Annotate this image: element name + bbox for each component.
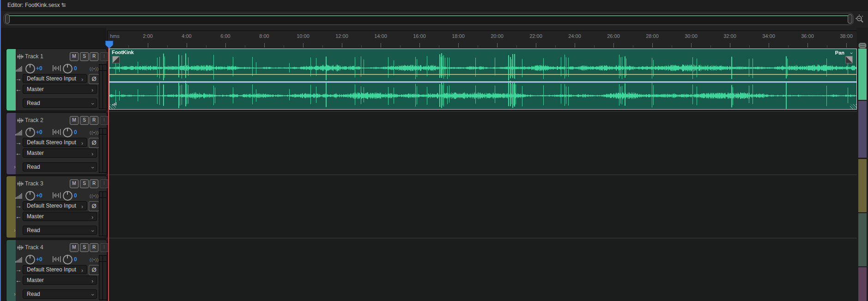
ruler-tick (381, 43, 381, 48)
arm-record-button[interactable]: R (90, 179, 98, 188)
ruler-tick (807, 43, 808, 48)
volume-value[interactable]: +0 (36, 256, 42, 263)
zoom-bar-left-handle[interactable] (5, 14, 10, 24)
output-arrow-icon: ← (15, 214, 22, 219)
volume-knob[interactable] (25, 255, 35, 264)
ruler-tick (322, 45, 323, 48)
automation-mode-select[interactable]: Read › (23, 226, 97, 235)
level-meter (99, 128, 107, 173)
track-name[interactable]: Track 3 (25, 180, 43, 187)
pan-value[interactable]: 0 (74, 192, 77, 199)
track-header[interactable]: Track 2 M S R I +0 0 ((•)) → Default Ste… (6, 112, 107, 175)
zoom-navigate-icon[interactable] (855, 14, 865, 25)
overview-strip-handle[interactable] (858, 43, 867, 49)
input-monitor-button[interactable]: I (100, 243, 109, 252)
ruler-tick (419, 43, 420, 48)
mute-button[interactable]: M (70, 179, 79, 188)
track-header[interactable]: Track 3 M S R I +0 0 ((•)) → Default Ste… (6, 176, 107, 238)
arm-record-button[interactable]: R (90, 243, 98, 252)
pan-knob[interactable] (63, 255, 73, 264)
volume-value[interactable]: +0 (36, 65, 42, 72)
volume-envelope-line[interactable] (109, 74, 856, 75)
overview-strip-segment[interactable] (858, 159, 867, 212)
input-select[interactable]: Default Stereo Input › (23, 138, 87, 147)
volume-knob[interactable] (25, 191, 35, 201)
mute-button[interactable]: M (70, 116, 79, 125)
stereo-balance-icon (53, 192, 61, 198)
stereo-balance-icon (53, 65, 61, 71)
clip-gain-icon[interactable] (112, 101, 118, 105)
volume-value[interactable]: +0 (36, 129, 42, 135)
ruler-tick (613, 43, 614, 48)
input-monitor-button[interactable]: I (100, 179, 109, 188)
overview-strip-segment[interactable] (858, 101, 867, 158)
overview-strip-segment[interactable] (858, 49, 867, 100)
phase-invert-button[interactable]: Ø (89, 265, 99, 275)
pan-value[interactable]: 0 (74, 256, 77, 263)
phase-invert-button[interactable]: Ø (89, 201, 99, 211)
ruler-time-label: 38:00 (836, 33, 856, 39)
solo-button[interactable]: S (80, 116, 89, 125)
arm-record-button[interactable]: R (90, 52, 98, 61)
ruler-time-label: 6:00 (215, 33, 236, 39)
expand-chevron-icon[interactable]: › (14, 164, 16, 170)
volume-knob[interactable] (25, 64, 35, 74)
overview-strip-segment[interactable] (858, 213, 867, 266)
ruler-tick (730, 43, 730, 48)
solo-button[interactable]: S (80, 52, 89, 61)
input-select-label: Default Stereo Input (27, 203, 76, 209)
clip-waveform-canvas[interactable] (109, 49, 856, 109)
volume-bars-icon (15, 257, 23, 263)
clip-pan-label[interactable]: Pan (835, 50, 844, 55)
input-select[interactable]: Default Stereo Input › (23, 201, 87, 210)
volume-value[interactable]: +0 (36, 192, 42, 199)
output-select[interactable]: Master › (23, 212, 97, 221)
phase-invert-button[interactable]: Ø (89, 138, 99, 148)
pan-envelope-line[interactable] (109, 82, 856, 83)
track-header[interactable]: Track 1 M S R I +0 0 ((•)) → Default Ste… (6, 49, 107, 111)
ruler-time-label: 18:00 (448, 33, 468, 39)
mute-button[interactable]: M (70, 52, 79, 61)
mute-button[interactable]: M (70, 243, 79, 252)
input-arrow-icon: → (15, 140, 22, 145)
automation-mode-label: Read (27, 164, 40, 170)
clip-fade-out-handle[interactable] (845, 56, 853, 63)
volume-knob[interactable] (25, 128, 35, 137)
audio-clip-footkink[interactable]: FootKink Pan › (109, 49, 857, 110)
output-select[interactable]: Master › (23, 276, 97, 285)
phase-invert-button[interactable]: Ø (89, 74, 99, 84)
pan-knob[interactable] (63, 191, 73, 201)
pan-knob[interactable] (63, 64, 73, 74)
output-select[interactable]: Master › (23, 85, 97, 94)
timeline-zoom-bar[interactable] (4, 13, 854, 25)
ruler-time-label: 8:00 (254, 33, 274, 39)
lane-divider (107, 111, 858, 112)
solo-button[interactable]: S (80, 179, 89, 188)
track-name[interactable]: Track 2 (25, 117, 43, 123)
arm-record-button[interactable]: R (90, 116, 98, 125)
input-monitor-button[interactable]: I (100, 116, 109, 125)
solo-button[interactable]: S (80, 243, 89, 252)
track-header[interactable]: Track 4 M S R I +0 0 ((•)) → Default Ste… (6, 240, 107, 301)
overview-strip-segment[interactable] (858, 267, 867, 301)
pan-value[interactable]: 0 (74, 65, 77, 72)
hamburger-icon[interactable]: ≡ (62, 1, 66, 9)
automation-mode-select[interactable]: Read › (23, 162, 97, 172)
output-select[interactable]: Master › (23, 148, 97, 158)
clip-fade-in-handle[interactable] (112, 56, 120, 63)
automation-mode-select[interactable]: Read › (23, 289, 97, 299)
time-ruler[interactable]: hms 2:004:006:008:0010:0012:0014:0016:00… (107, 31, 858, 49)
chevron-down-icon[interactable]: › (849, 52, 855, 54)
input-monitor-button[interactable]: I (100, 52, 109, 61)
pan-knob[interactable] (63, 128, 73, 137)
automation-mode-select[interactable]: Read › (23, 98, 97, 108)
track-name[interactable]: Track 4 (25, 244, 43, 251)
input-select[interactable]: Default Stereo Input › (23, 265, 87, 274)
expand-chevron-icon[interactable]: › (14, 100, 16, 106)
input-select[interactable]: Default Stereo Input › (23, 74, 87, 83)
pan-value[interactable]: 0 (74, 129, 77, 135)
expand-chevron-icon[interactable]: › (14, 291, 16, 297)
zoom-bar-right-handle[interactable] (848, 14, 852, 24)
expand-chevron-icon[interactable]: › (14, 227, 16, 233)
track-name[interactable]: Track 1 (25, 53, 43, 60)
